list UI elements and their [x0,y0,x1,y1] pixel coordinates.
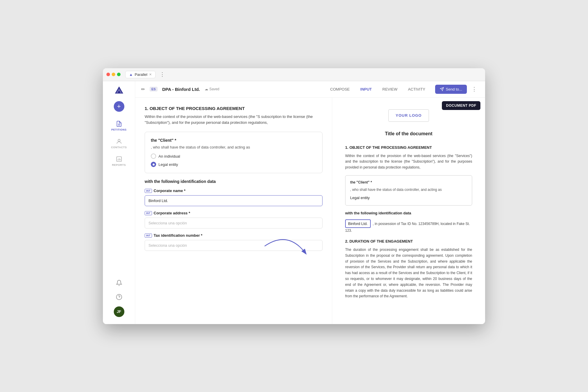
sidebar-label-contacts: CONTACTS [111,146,127,149]
add-button[interactable]: + [114,101,124,112]
app-logo [113,85,125,96]
corporate-name-input[interactable] [145,195,323,206]
svg-point-7 [116,294,121,299]
browser-tab[interactable]: ▲ Parallel ✕ [125,71,156,78]
client-card-sub: , who shall have the status of data cont… [151,145,316,149]
notifications-button[interactable] [114,278,124,288]
corporate-address-field: INT Corporate address * [145,211,323,228]
int-badge-2: INT [145,211,152,215]
sidebar-label-reports: REPORTS [112,164,126,166]
app-layout: + PETITIONS CONTA [103,81,485,324]
sidebar-label-petitions: PETITIONS [111,128,126,131]
doc-client-value: Legal entity [350,195,467,201]
app-header: ✏ ES DPA - Binford Ltd. ☁ Saved COMPOSE … [135,81,485,98]
tax-id-field: INT Tax identification number * [145,233,323,251]
corporate-name-label-row: INT Corporate name * [145,189,323,193]
identification-title: with the following identification data [145,179,323,184]
tab-review[interactable]: REVIEW [377,85,403,94]
doc-main-title: Title of the document [345,130,472,138]
new-tab-button[interactable]: ⋮ [158,71,167,78]
svg-point-5 [118,139,120,141]
content-wrapper: 1. OBJECT OF THE PROCESSING AGREEMENT Wi… [135,98,485,324]
section1-title: 1. OBJECT OF THE PROCESSING AGREEMENT [145,106,323,111]
document-pdf-button[interactable]: DOCUMENT PDF [442,101,480,110]
tab-close-icon[interactable]: ✕ [149,73,152,76]
saved-label: Saved [209,87,219,91]
tax-id-label: Tax identification number * [154,233,203,238]
corporate-address-label: Corporate address * [154,211,190,215]
tab-compose[interactable]: COMPOSE [325,85,355,94]
minimize-button[interactable] [112,73,115,76]
maximize-button[interactable] [117,73,121,76]
doc-section2-title: 2. DURATION OF THE ENGAGEMENT [345,238,472,245]
main-content: ✏ ES DPA - Binford Ltd. ☁ Saved COMPOSE … [135,81,485,324]
language-badge: ES [150,87,158,91]
tax-id-input[interactable] [145,240,323,251]
cloud-icon: ☁ [205,87,208,91]
doc-section1-text: Within the context of the provision of t… [345,153,472,171]
avatar[interactable]: JF [114,306,124,317]
tab-icon: ▲ [129,72,133,77]
sidebar-bottom: JF [114,278,124,321]
edit-icon[interactable]: ✏ [141,86,145,92]
section1-text: Within the context of the provision of t… [145,114,323,126]
preview-panel: DOCUMENT PDF YOUR LOGO Title of the docu… [332,98,485,324]
document-title: DPA - Binford Ltd. [162,87,200,92]
svg-rect-2 [118,91,120,94]
sidebar-item-contacts[interactable]: CONTACTS [103,135,135,152]
corporate-name-label: Corporate name * [154,189,186,193]
traffic-lights [106,73,121,76]
tax-id-label-row: INT Tax identification number * [145,233,323,238]
doc-section2-text: The duration of the processing engagemen… [345,247,472,299]
sidebar: + PETITIONS CONTA [103,81,135,324]
help-button[interactable] [114,292,124,302]
radio-legal[interactable]: Legal entity [151,162,316,167]
close-button[interactable] [106,73,110,76]
send-to-button[interactable]: Send to... [435,85,467,94]
radio-legal-circle [151,162,156,167]
sidebar-item-petitions[interactable]: PETITIONS [103,118,135,134]
logo-placeholder: YOUR LOGO [388,109,429,122]
logo-wrapper: YOUR LOGO [345,109,472,127]
document-content: YOUR LOGO Title of the document 1. OBJEC… [332,98,485,316]
corporate-address-input[interactable] [145,218,323,228]
int-badge-1: INT [145,189,152,193]
app-window: ▲ Parallel ✕ ⋮ + [103,68,485,324]
entity-type-radio: An individual Legal entity [151,154,316,167]
doc-inline-text: Binford Ltd. , in possession of Tax ID N… [345,219,472,234]
doc-client-card: the "Client" * , who shall have the stat… [345,175,472,206]
client-card: the "Client" * , who shall have the stat… [145,132,323,173]
tab-activity[interactable]: ACTIVITY [403,85,431,94]
doc-identification-title: with the following identification data [345,210,472,216]
corporate-address-label-row: INT Corporate address * [145,211,323,215]
saved-indicator: ☁ Saved [205,87,219,91]
radio-individual[interactable]: An individual [151,154,316,159]
sidebar-nav: PETITIONS CONTACTS REP [103,118,135,169]
document-nav: COMPOSE INPUT REVIEW ACTIVITY [325,85,430,94]
doc-highlighted-value: Binford Ltd. [345,219,371,228]
tab-title: Parallel [135,72,147,77]
doc-client-label: the "Client" * [350,180,467,185]
form-panel: 1. OBJECT OF THE PROCESSING AGREEMENT Wi… [135,98,332,324]
client-card-title: the "Client" * [151,138,316,143]
sidebar-item-reports[interactable]: REPORTS [103,153,135,169]
header-actions: Send to... ⋮ [435,85,479,94]
radio-individual-circle [151,154,156,159]
more-options-button[interactable]: ⋮ [469,85,479,94]
corporate-name-field: INT Corporate name * [145,189,323,206]
titlebar: ▲ Parallel ✕ ⋮ [103,68,485,81]
doc-client-sub: , who shall have the status of data cont… [350,187,467,193]
doc-section1-title: 1. OBJECT OF THE PROCESSING AGREEMENT [345,145,472,151]
int-badge-3: INT [145,233,152,238]
tab-input[interactable]: INPUT [355,85,377,94]
